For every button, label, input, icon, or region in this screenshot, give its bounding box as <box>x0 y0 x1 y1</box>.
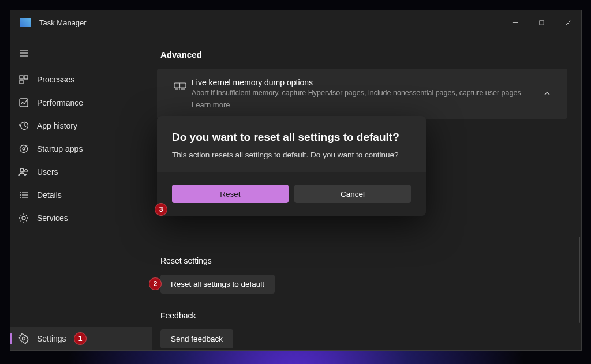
app-icon <box>20 18 31 27</box>
sidebar: Processes Performance App history Startu… <box>10 35 152 350</box>
svg-point-24 <box>23 337 25 340</box>
nav-label: App history <box>37 121 77 130</box>
close-icon <box>565 20 571 26</box>
nav-label: Users <box>37 167 58 177</box>
nav-label: Details <box>37 190 62 200</box>
section-feedback: Feedback <box>160 311 567 320</box>
minimize-button[interactable] <box>502 10 528 35</box>
startup-icon <box>18 144 29 154</box>
svg-point-16 <box>25 170 28 172</box>
window-controls <box>502 10 581 35</box>
reset-all-button[interactable]: Reset all settings to default <box>160 275 275 294</box>
nav-label: Performance <box>37 98 83 107</box>
card-title: Live kernel memory dump options <box>192 78 538 87</box>
svg-point-15 <box>20 168 24 172</box>
section-reset: Reset settings <box>160 256 567 265</box>
svg-rect-1 <box>539 20 543 24</box>
nav-label: Processes <box>37 75 74 84</box>
nav-label: Settings <box>37 334 66 343</box>
memory-icon <box>169 81 192 91</box>
annotation-badge-2: 2 <box>149 277 162 290</box>
svg-point-23 <box>22 216 25 220</box>
nav-label: Startup apps <box>37 144 83 153</box>
dialog-cancel-button[interactable]: Cancel <box>294 185 411 203</box>
dialog-title: Do you want to reset all settings to def… <box>172 131 411 144</box>
svg-rect-8 <box>24 76 28 79</box>
annotation-badge-1: 1 <box>74 332 87 345</box>
learn-more-link[interactable]: Learn more <box>192 100 230 109</box>
dialog-message: This action resets all settings to defau… <box>172 151 411 159</box>
nav-users[interactable]: Users <box>10 160 152 183</box>
section-advanced: Advanced <box>160 50 567 59</box>
minimize-icon <box>512 20 518 26</box>
svg-rect-10 <box>20 99 28 107</box>
svg-rect-7 <box>20 76 23 79</box>
close-button[interactable] <box>555 10 581 35</box>
kernel-dump-card[interactable]: Live kernel memory dump options Abort if… <box>157 69 567 119</box>
nav-processes[interactable]: Processes <box>10 68 152 91</box>
users-icon <box>18 167 29 177</box>
svg-point-13 <box>23 148 25 150</box>
app-title: Task Manager <box>39 18 87 27</box>
dialog-reset-button[interactable]: Reset <box>172 185 289 203</box>
nav-details[interactable]: Details <box>10 183 152 207</box>
card-description: Abort if insufficient memory, capture Hy… <box>192 88 538 98</box>
history-icon <box>18 121 29 131</box>
hamburger-button[interactable] <box>10 42 152 65</box>
reset-confirm-dialog: Do you want to reset all settings to def… <box>157 116 426 216</box>
nav-services[interactable]: Services <box>10 207 152 230</box>
hamburger-icon <box>18 48 29 58</box>
settings-icon <box>18 333 29 344</box>
svg-rect-9 <box>20 80 23 84</box>
maximize-button[interactable] <box>528 10 555 35</box>
send-feedback-button[interactable]: Send feedback <box>160 329 233 348</box>
performance-icon <box>18 97 29 108</box>
maximize-icon <box>538 20 545 26</box>
chevron-up-icon[interactable] <box>538 89 556 97</box>
details-icon <box>18 190 29 200</box>
services-icon <box>18 213 29 223</box>
nav-label: Services <box>37 213 68 223</box>
scrollbar[interactable] <box>579 237 580 323</box>
nav-startup-apps[interactable]: Startup apps <box>10 137 152 160</box>
nav-performance[interactable]: Performance <box>10 91 152 114</box>
processes-icon <box>18 74 29 85</box>
titlebar: Task Manager <box>10 10 581 35</box>
annotation-badge-3: 3 <box>155 203 167 216</box>
nav-app-history[interactable]: App history <box>10 114 152 137</box>
